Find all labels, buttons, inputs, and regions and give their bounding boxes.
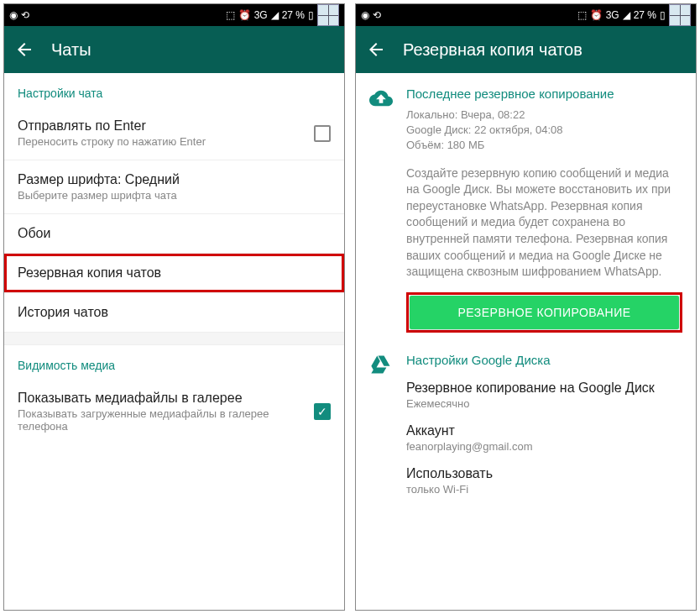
checkbox-checked[interactable]: ✓	[314, 403, 331, 420]
cast-icon: ⬚	[226, 9, 235, 21]
eye-icon: ◉	[361, 9, 369, 21]
backup-description: Создайте резервную копию сообщений и мед…	[406, 165, 682, 281]
status-bar: ◉ ⟲ ⬚ ⏰ 3G ◢ 27 % ▯	[4, 4, 344, 26]
section-chat-settings: Настройки чата	[4, 73, 344, 107]
sync-icon: ⟲	[21, 9, 29, 21]
item-show-media[interactable]: Показывать медиафайлы в галерее Показыва…	[4, 379, 344, 444]
item-sub: Переносить строку по нажатию Enter	[18, 135, 300, 148]
battery-text: 27 %	[282, 9, 305, 21]
alarm-icon: ⏰	[238, 9, 251, 21]
item-title: Аккаунт	[406, 423, 682, 438]
gdrive-account[interactable]: Аккаунт feanorplaying@gmail.com	[406, 417, 682, 459]
meta-local: Локально: Вчера, 08:22	[406, 108, 682, 123]
network-icon: 3G	[606, 9, 619, 21]
toolbar: Резервная копия чатов	[356, 26, 696, 73]
page-title: Резервная копия чатов	[403, 40, 582, 60]
cloud-upload-icon	[369, 87, 393, 346]
backup-section: Последнее резервное копирование Локально…	[356, 73, 696, 346]
backup-button-highlight: РЕЗЕРВНОЕ КОПИРОВАНИЕ	[406, 292, 682, 333]
left-screen: ◉ ⟲ ⬚ ⏰ 3G ◢ 27 % ▯ Чаты Настройки чата …	[3, 3, 345, 611]
content: Настройки чата Отправлять по Enter Перен…	[4, 73, 344, 610]
meta-size: Объём: 180 МБ	[406, 138, 682, 153]
backup-button[interactable]: РЕЗЕРВНОЕ КОПИРОВАНИЕ	[410, 296, 679, 329]
back-button[interactable]	[14, 39, 34, 60]
gdrive-icon	[369, 353, 393, 502]
page-title: Чаты	[51, 40, 91, 60]
item-title: Обои	[18, 226, 331, 241]
eye-icon: ◉	[9, 9, 18, 21]
toolbar: Чаты	[4, 26, 344, 73]
status-bar: ◉ ⟲ ⬚ ⏰ 3G ◢ 27 % ▯	[356, 4, 696, 26]
backup-header: Последнее резервное копирование	[406, 87, 682, 101]
item-sub: feanorplaying@gmail.com	[406, 440, 682, 453]
backup-meta: Локально: Вчера, 08:22 Google Диск: 22 о…	[406, 108, 682, 154]
item-title: История чатов	[18, 305, 331, 320]
item-title: Отправлять по Enter	[18, 118, 300, 134]
sync-icon: ⟲	[373, 9, 381, 21]
item-chat-history[interactable]: История чатов	[4, 293, 344, 332]
item-send-enter[interactable]: Отправлять по Enter Переносить строку по…	[4, 107, 344, 160]
item-font-size[interactable]: Размер шрифта: Средний Выберите размер ш…	[4, 160, 344, 214]
item-chat-backup[interactable]: Резервная копия чатов	[4, 254, 344, 293]
right-screen: ◉ ⟲ ⬚ ⏰ 3G ◢ 27 % ▯ Резервная копия чато…	[355, 3, 697, 611]
gdrive-header: Настройки Google Диска	[406, 353, 682, 367]
arrow-back-icon	[14, 39, 34, 60]
item-title: Использовать	[406, 466, 682, 481]
crop-icon	[317, 4, 339, 26]
alarm-icon: ⏰	[590, 9, 603, 21]
arrow-back-icon	[366, 39, 386, 60]
item-sub: Показывать загруженные медиафайлы в гале…	[18, 407, 300, 433]
battery-icon: ▯	[308, 9, 314, 21]
gdrive-network[interactable]: Использовать только Wi-Fi	[406, 459, 682, 502]
battery-text: 27 %	[634, 9, 656, 21]
checkbox-unchecked[interactable]	[314, 125, 331, 142]
item-sub: только Wi-Fi	[406, 483, 682, 496]
item-sub: Выберите размер шрифта чата	[18, 189, 331, 202]
gdrive-backup-freq[interactable]: Резервное копирование на Google Диск Еже…	[406, 374, 682, 417]
item-title: Резервная копия чатов	[18, 265, 331, 281]
item-title: Размер шрифта: Средний	[18, 172, 331, 187]
meta-gdrive: Google Диск: 22 октября, 04:08	[406, 123, 682, 138]
item-wallpaper[interactable]: Обои	[4, 214, 344, 254]
network-icon: 3G	[254, 9, 268, 21]
cast-icon: ⬚	[577, 9, 587, 21]
gdrive-section: Настройки Google Диска Резервное копиров…	[356, 346, 696, 502]
signal-icon: ◢	[623, 9, 630, 21]
item-sub: Ежемесячно	[406, 397, 682, 410]
item-title: Показывать медиафайлы в галерее	[18, 391, 300, 406]
divider	[4, 332, 344, 345]
back-button[interactable]	[366, 39, 386, 60]
section-media-visibility: Видимость медиа	[4, 345, 344, 379]
crop-icon	[669, 4, 691, 26]
item-title: Резервное копирование на Google Диск	[406, 380, 682, 396]
content: Последнее резервное копирование Локально…	[356, 73, 696, 610]
signal-icon: ◢	[271, 9, 279, 21]
battery-icon: ▯	[660, 9, 666, 21]
